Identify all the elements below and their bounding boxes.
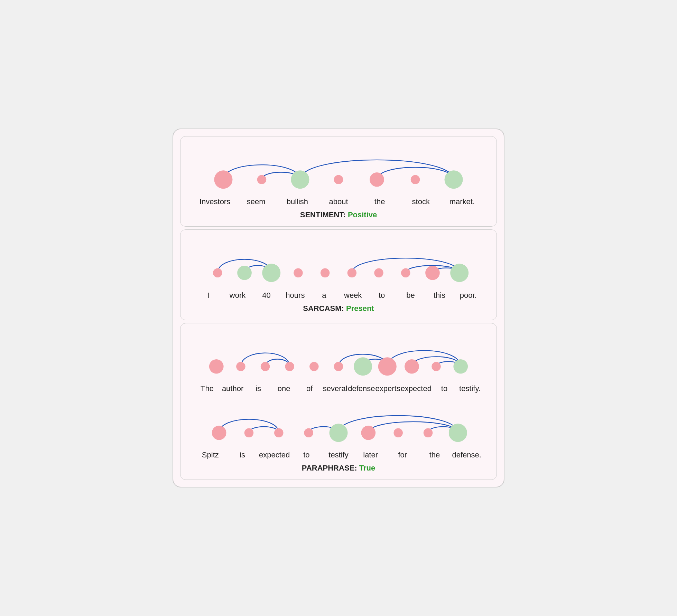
word-sentiment-0-6: market. <box>442 197 483 206</box>
word-sentiment-0-3: about <box>318 197 359 206</box>
word-paraphrase-0-7: experts <box>375 384 401 393</box>
circle-sentiment-0-2 <box>291 170 309 189</box>
circle-paraphrase-0-6 <box>354 357 372 376</box>
circle-sarcasm-0-4 <box>321 268 330 278</box>
circle-paraphrase-0-2 <box>261 362 270 371</box>
circle-sarcasm-0-5 <box>347 268 357 278</box>
circle-sentiment-0-4 <box>370 172 384 187</box>
word-sarcasm-0-2: 40 <box>252 291 281 300</box>
circle-sarcasm-0-2 <box>262 264 280 282</box>
word-sentiment-0-1: seem <box>235 197 277 206</box>
word-sentiment-0-4: the <box>359 197 400 206</box>
word-sarcasm-0-4: a <box>310 291 338 300</box>
circle-paraphrase-0-4 <box>309 362 319 371</box>
arc-svg-paraphrase-0 <box>194 334 483 381</box>
label-sarcasm: SARCASM: Present <box>194 304 483 313</box>
word-paraphrase-1-6: for <box>387 451 419 459</box>
circle-paraphrase-0-8 <box>405 359 419 373</box>
circle-paraphrase-0-5 <box>334 362 343 371</box>
circle-paraphrase-0-0 <box>209 359 224 373</box>
words-row-sarcasm-0: Iwork40hoursaweektobethispoor. <box>194 291 483 300</box>
circle-paraphrase-0-10 <box>453 359 468 373</box>
word-sarcasm-0-6: to <box>367 291 396 300</box>
label-sentiment: SENTIMENT: Positive <box>194 210 483 219</box>
words-row-paraphrase-1: Spitzisexpectedtotestifylaterforthedefen… <box>194 451 483 459</box>
circle-paraphrase-1-3 <box>304 428 313 437</box>
circle-paraphrase-0-3 <box>285 362 294 371</box>
word-paraphrase-1-5: later <box>354 451 387 459</box>
arc-svg-paraphrase-1 <box>194 400 483 448</box>
word-paraphrase-1-2: expected <box>258 451 290 459</box>
circle-paraphrase-0-1 <box>236 362 245 371</box>
word-paraphrase-0-5: several <box>322 384 348 393</box>
label-text-paraphrase: PARAPHRASE: <box>302 464 359 472</box>
word-sentiment-0-5: stock <box>400 197 442 206</box>
words-row-paraphrase-0: Theauthorisoneofseveraldefenseexpertsexp… <box>194 384 483 393</box>
circle-sarcasm-0-8 <box>425 266 440 280</box>
value-text-paraphrase: True <box>359 464 375 472</box>
value-text-sarcasm: Present <box>346 304 374 313</box>
word-paraphrase-1-1: is <box>226 451 259 459</box>
main-container: Investorsseembullishaboutthestockmarket.… <box>173 129 504 487</box>
circle-paraphrase-1-8 <box>449 424 467 442</box>
word-sarcasm-0-5: week <box>338 291 367 300</box>
word-paraphrase-1-0: Spitz <box>194 451 226 459</box>
circle-sarcasm-0-6 <box>374 268 383 278</box>
word-paraphrase-0-3: one <box>271 384 297 393</box>
word-sentiment-0-0: Investors <box>194 197 235 206</box>
circle-sarcasm-0-1 <box>237 266 252 280</box>
panel-sentiment: Investorsseembullishaboutthestockmarket.… <box>180 136 497 227</box>
circle-paraphrase-1-1 <box>244 428 254 437</box>
circle-sentiment-0-3 <box>334 175 343 184</box>
circle-sentiment-0-0 <box>214 170 232 189</box>
word-paraphrase-0-6: defense <box>348 384 375 393</box>
circle-paraphrase-1-4 <box>329 424 347 442</box>
label-text-sentiment: SENTIMENT: <box>300 210 348 219</box>
word-paraphrase-1-7: the <box>419 451 451 459</box>
word-sarcasm-0-1: work <box>223 291 252 300</box>
label-text-sarcasm: SARCASM: <box>303 304 346 313</box>
value-text-sentiment: Positive <box>348 210 377 219</box>
word-sarcasm-0-9: poor. <box>454 291 483 300</box>
label-paraphrase: PARAPHRASE: True <box>194 464 483 473</box>
circle-paraphrase-1-5 <box>361 426 375 440</box>
circle-paraphrase-0-9 <box>432 362 441 371</box>
circle-sarcasm-0-7 <box>401 268 410 278</box>
panel-sarcasm: Iwork40hoursaweektobethispoor.SARCASM: P… <box>180 229 497 320</box>
circle-sarcasm-0-9 <box>450 264 469 282</box>
word-paraphrase-0-1: author <box>220 384 245 393</box>
word-paraphrase-1-4: testify <box>323 451 355 459</box>
circle-sentiment-0-6 <box>445 170 463 189</box>
circle-paraphrase-1-0 <box>212 426 226 440</box>
circle-sentiment-0-5 <box>411 175 420 184</box>
word-paraphrase-1-3: to <box>290 451 323 459</box>
word-paraphrase-0-4: of <box>297 384 322 393</box>
circle-paraphrase-1-7 <box>424 428 433 437</box>
word-paraphrase-0-9: to <box>432 384 457 393</box>
panel-paraphrase: Theauthorisoneofseveraldefenseexpertsexp… <box>180 323 497 480</box>
word-sentiment-0-2: bullish <box>277 197 318 206</box>
word-paraphrase-1-8: defense. <box>451 451 483 459</box>
circle-paraphrase-1-6 <box>393 428 403 437</box>
word-paraphrase-0-2: is <box>245 384 271 393</box>
word-sarcasm-0-3: hours <box>281 291 309 300</box>
word-sarcasm-0-8: this <box>425 291 454 300</box>
word-sarcasm-0-0: I <box>194 291 223 300</box>
circle-sarcasm-0-3 <box>294 268 303 278</box>
word-paraphrase-0-8: expected <box>401 384 432 393</box>
word-paraphrase-0-0: The <box>194 384 220 393</box>
circle-paraphrase-1-2 <box>274 428 284 437</box>
arc-svg-sentiment-0 <box>194 147 483 195</box>
circle-paraphrase-0-7 <box>378 357 397 376</box>
circle-sentiment-0-1 <box>257 175 267 184</box>
words-row-sentiment-0: Investorsseembullishaboutthestockmarket. <box>194 197 483 206</box>
word-sarcasm-0-7: be <box>396 291 425 300</box>
circle-sarcasm-0-0 <box>213 268 222 278</box>
word-paraphrase-0-10: testify. <box>457 384 483 393</box>
arc-svg-sarcasm-0 <box>194 240 483 288</box>
